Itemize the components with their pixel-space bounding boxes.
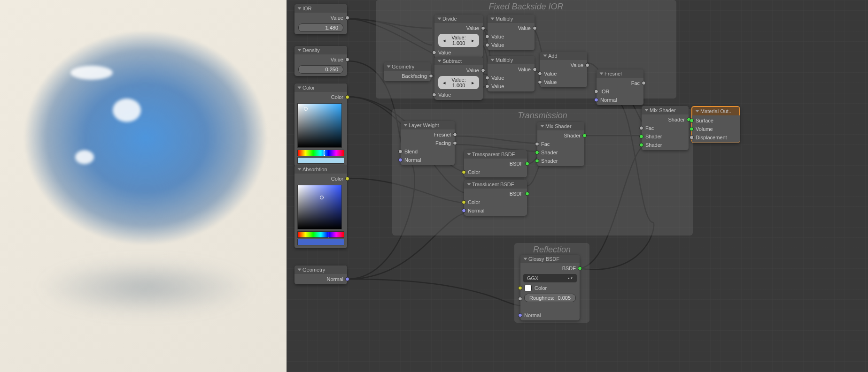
socket-out[interactable] [453, 141, 457, 145]
node-density[interactable]: Density Value 0.250 [294, 46, 347, 76]
socket-in[interactable] [594, 90, 598, 94]
socket-in[interactable] [398, 158, 403, 162]
socket-out[interactable] [525, 162, 529, 166]
color-picker[interactable] [297, 103, 342, 148]
socket-in[interactable] [535, 159, 539, 163]
socket-in[interactable] [398, 150, 403, 154]
collapse-icon[interactable] [696, 110, 699, 113]
node-header[interactable]: Transparent BSDF [464, 150, 527, 159]
color-swatch[interactable] [297, 239, 344, 245]
node-header[interactable]: Translucent BSDF [464, 180, 527, 189]
node-header[interactable]: Layer Weight [401, 121, 455, 129]
node-header[interactable]: Color [294, 84, 347, 92]
value-field[interactable]: ◂Value: 1.000▸ [438, 76, 479, 89]
socket-in[interactable] [432, 93, 436, 97]
socket-out[interactable] [533, 26, 537, 30]
node-header[interactable]: Mix Shader [537, 122, 584, 130]
socket-out[interactable] [345, 58, 349, 62]
collapse-icon[interactable] [298, 87, 302, 89]
node-color[interactable]: Color Color [294, 84, 347, 167]
node-header[interactable]: IOR [294, 4, 347, 13]
socket-in[interactable] [690, 136, 694, 140]
socket-in[interactable] [639, 126, 643, 130]
node-mix-shader[interactable]: Mix Shader Shader Fac Shader Shader [537, 122, 584, 166]
value-field[interactable]: 0.250 [298, 65, 343, 74]
socket-out[interactable] [345, 95, 349, 99]
socket-in[interactable] [518, 297, 522, 301]
socket-in[interactable] [639, 143, 643, 147]
node-ior[interactable]: IOR Value 1.480 [294, 4, 347, 34]
socket-out[interactable] [533, 68, 537, 72]
node-header[interactable]: Add [540, 52, 587, 60]
socket-in[interactable] [485, 35, 489, 39]
collapse-icon[interactable] [524, 258, 527, 260]
socket-out[interactable] [345, 177, 349, 181]
node-geometry[interactable]: Geometry Normal [294, 266, 347, 284]
collapse-icon[interactable] [298, 8, 302, 10]
socket-in[interactable] [639, 135, 643, 139]
node-header[interactable]: Geometry [384, 62, 431, 71]
socket-out[interactable] [585, 63, 589, 68]
collapse-icon[interactable] [467, 183, 471, 186]
socket-in[interactable] [518, 313, 522, 318]
collapse-icon[interactable] [491, 59, 495, 61]
node-subtract[interactable]: Subtract Value ◂Value: 1.000▸ Value [434, 57, 483, 100]
node-header[interactable]: Density [294, 46, 347, 54]
node-translucent-bsdf[interactable]: Translucent BSDF BSDF Color Normal [464, 180, 527, 216]
node-material-output[interactable]: Material Out... Surface Volume Displacem… [691, 106, 740, 143]
socket-in[interactable] [485, 84, 489, 89]
socket-out[interactable] [429, 74, 433, 78]
collapse-icon[interactable] [600, 73, 604, 75]
value-field[interactable]: ◂Value: 1.000▸ [438, 34, 479, 47]
node-transparent-bsdf[interactable]: Transparent BSDF BSDF Color [464, 150, 527, 177]
socket-out[interactable] [453, 133, 457, 137]
socket-in[interactable] [462, 200, 466, 205]
socket-in[interactable] [462, 209, 466, 213]
socket-in[interactable] [535, 151, 539, 155]
node-geometry-backfacing[interactable]: Geometry Backfacing [384, 62, 431, 81]
collapse-icon[interactable] [438, 18, 442, 20]
hue-cursor[interactable] [328, 232, 329, 237]
color-picker[interactable] [297, 185, 342, 229]
collapse-icon[interactable] [438, 60, 442, 62]
collapse-icon[interactable] [298, 168, 302, 171]
node-header[interactable]: Divide [434, 15, 483, 23]
socket-out[interactable] [642, 81, 646, 85]
color-swatch[interactable] [297, 157, 344, 164]
socket-out[interactable] [345, 16, 349, 20]
node-fresnel[interactable]: Fresnel Fac IOR Normal [597, 69, 643, 105]
socket-out[interactable] [525, 192, 529, 196]
socket-in[interactable] [485, 76, 489, 80]
collapse-icon[interactable] [298, 49, 302, 52]
node-multiply[interactable]: Multiply Value Value Value [488, 56, 535, 91]
node-header[interactable]: Absorbtion [294, 165, 347, 174]
collapse-icon[interactable] [543, 55, 547, 57]
color-cursor[interactable] [304, 107, 308, 111]
socket-in[interactable] [538, 80, 542, 84]
node-multiply[interactable]: Multiply Value Value Value [488, 15, 535, 50]
node-header[interactable]: Mix Shader [642, 106, 689, 114]
node-header[interactable]: Geometry [294, 266, 347, 274]
hue-cursor[interactable] [324, 150, 325, 156]
node-header[interactable]: Subtract [434, 57, 483, 65]
socket-out[interactable] [481, 68, 485, 73]
socket-in[interactable] [432, 51, 436, 55]
socket-in[interactable] [462, 170, 466, 175]
hue-slider[interactable] [297, 150, 344, 156]
hue-slider[interactable] [297, 231, 344, 238]
roughness-field[interactable]: Roughnes:0.005 [524, 294, 576, 302]
node-header[interactable]: Material Out... [692, 106, 740, 115]
collapse-icon[interactable] [467, 153, 471, 156]
node-header[interactable]: Multiply [488, 56, 535, 64]
collapse-icon[interactable] [645, 109, 649, 112]
color-cursor[interactable] [320, 196, 324, 199]
collapse-icon[interactable] [404, 124, 408, 127]
socket-out[interactable] [481, 26, 485, 30]
socket-out[interactable] [582, 134, 587, 138]
node-add[interactable]: Add Value Value Value [540, 52, 587, 87]
node-header[interactable]: Multiply [488, 15, 535, 23]
socket-in[interactable] [535, 142, 539, 146]
socket-in[interactable] [690, 119, 694, 123]
socket-in[interactable] [690, 127, 694, 131]
socket-out[interactable] [345, 277, 349, 281]
